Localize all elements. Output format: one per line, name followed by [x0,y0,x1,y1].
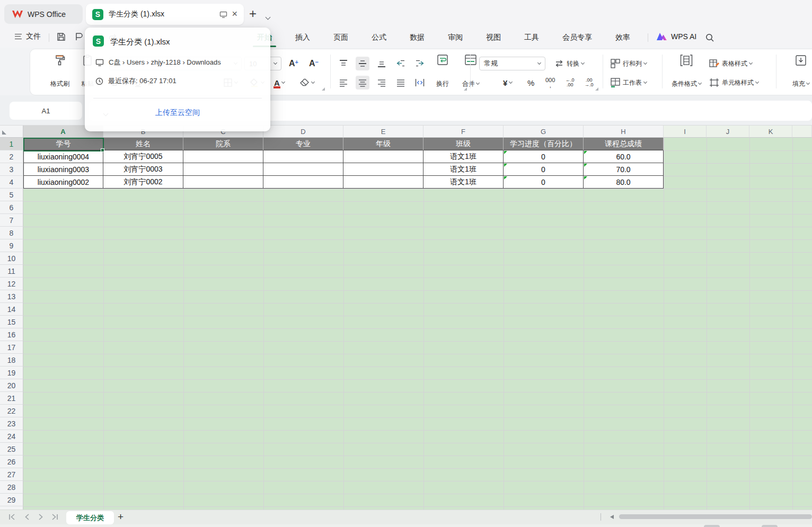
increase-indent-button[interactable] [413,57,427,70]
cell-H4[interactable]: 80.0 [584,176,664,189]
cell-C1[interactable]: 院系 [183,138,263,150]
app-menu-button[interactable]: WPS Office [4,4,83,24]
column-header-K[interactable]: K [749,126,792,138]
first-sheet-button[interactable] [8,514,16,520]
cell-B4[interactable]: 刘宵宁0002 [103,176,183,189]
cell-G3[interactable]: 0 [504,163,584,176]
cell-C2[interactable] [183,150,263,163]
row-header-28[interactable]: 28 [0,481,23,494]
tab-list-chevron-icon[interactable] [266,12,270,21]
format-painter-button[interactable]: 格式刷 [47,52,73,92]
cell-G4[interactable]: 0 [504,176,584,189]
cell-A3[interactable]: liuxiaoning0003 [23,163,103,176]
monitor-icon[interactable] [219,11,227,18]
row-header-25[interactable]: 25 [0,443,23,455]
cell-D3[interactable] [263,163,343,176]
row-header-21[interactable]: 21 [0,392,23,405]
wrap-text-button[interactable]: 换行 [431,52,454,92]
row-header-23[interactable]: 23 [0,417,23,430]
add-sheet-button[interactable]: + [118,511,123,523]
cell-B3[interactable]: 刘宵宁0003 [103,163,183,176]
justify-button[interactable] [394,76,408,90]
row-header-5[interactable]: 5 [0,189,23,201]
row-header-7[interactable]: 7 [0,214,23,227]
cell-B2[interactable]: 刘宵宁0005 [103,150,183,163]
row-header-29[interactable]: 29 [0,494,23,506]
cell-E2[interactable] [343,150,423,163]
save-icon[interactable] [56,32,66,42]
selection-handle[interactable] [101,148,104,152]
ribbon-tab-7[interactable]: 视图 [474,28,513,48]
conditional-format-button[interactable]: 条件格式 [666,52,707,92]
increase-decimal-button[interactable]: .00→.0 [585,76,594,90]
column-header-G[interactable]: G [504,126,584,138]
cell-C3[interactable] [183,163,263,176]
column-header-D[interactable]: D [263,126,343,138]
cell-H1[interactable]: 课程总成绩 [584,138,664,150]
cell-H2[interactable]: 60.0 [584,150,664,163]
cell-B1[interactable]: 姓名 [103,138,183,150]
align-top-button[interactable] [337,57,350,70]
decrease-decimal-button[interactable]: ←.0.00 [566,76,575,90]
cell-H3[interactable]: 70.0 [584,163,664,176]
scroll-left-icon[interactable] [610,515,614,519]
cell-D4[interactable] [263,176,343,189]
row-header-17[interactable]: 17 [0,341,23,354]
document-tab[interactable]: S 学生分类 (1).xlsx × [86,4,244,25]
text-orientation-button[interactable] [413,76,427,90]
row-header-12[interactable]: 12 [0,278,23,290]
new-tab-button[interactable]: + [249,7,257,20]
cell-E1[interactable]: 年级 [343,138,423,150]
row-header-22[interactable]: 22 [0,405,23,417]
align-right-button[interactable] [375,76,389,90]
align-bottom-button[interactable] [375,57,389,70]
row-header-2[interactable]: 2 [0,150,23,163]
column-header-I[interactable]: I [664,126,707,138]
ribbon-tab-2[interactable]: 插入 [284,28,322,48]
column-header-partial[interactable] [792,126,812,138]
search-icon[interactable] [705,33,714,42]
align-middle-button[interactable] [356,57,369,70]
wps-ai-button[interactable]: WPS AI [656,32,696,41]
cell-style-button[interactable]: 单元格样式 [709,76,758,90]
font-size-chevron[interactable] [269,57,281,70]
cell-A1[interactable]: 学号 [23,138,103,150]
ribbon-tab-3[interactable]: 页面 [322,28,360,48]
group-expand-marker[interactable] [322,87,325,91]
font-color-button[interactable]: A [274,76,285,90]
row-header-9[interactable]: 9 [0,239,23,252]
worksheet-button[interactable]: 工作表 [610,76,647,90]
convert-button[interactable]: 转换 [554,57,584,70]
cell-F2[interactable]: 语文1班 [423,150,504,163]
align-center-button[interactable] [356,76,369,90]
ribbon-tab-9[interactable]: 会员专享 [551,28,604,48]
row-header-18[interactable]: 18 [0,354,23,367]
eraser-button[interactable] [299,76,314,90]
row-header-14[interactable]: 14 [0,303,23,316]
row-header-27[interactable]: 27 [0,468,23,481]
increase-font-button[interactable]: A+ [287,57,301,70]
thousands-format-button[interactable]: 000, [545,76,555,90]
row-header-15[interactable]: 15 [0,316,23,328]
row-header-24[interactable]: 24 [0,430,23,443]
column-header-J[interactable]: J [707,126,749,138]
row-header-10[interactable]: 10 [0,252,23,265]
align-left-button[interactable] [337,76,350,90]
cell-A2[interactable]: liuxiaoning0004 [23,150,103,163]
last-sheet-button[interactable] [51,514,58,520]
currency-format-button[interactable]: ¥ [503,76,512,90]
cell-D1[interactable]: 专业 [263,138,343,150]
ribbon-tab-6[interactable]: 审阅 [436,28,474,48]
number-format-combo[interactable]: 常规 [479,57,545,70]
cell-E3[interactable] [343,163,423,176]
cell-F1[interactable]: 班级 [423,138,504,150]
row-header-11[interactable]: 11 [0,265,23,278]
column-header-H[interactable]: H [584,126,664,138]
cell-D2[interactable] [263,150,343,163]
row-header-19[interactable]: 19 [0,367,23,379]
row-header-16[interactable]: 16 [0,328,23,341]
next-sheet-button[interactable] [38,514,43,520]
column-header-F[interactable]: F [423,126,504,138]
file-menu[interactable]: 文件 [15,32,41,41]
row-header-3[interactable]: 3 [0,163,23,176]
